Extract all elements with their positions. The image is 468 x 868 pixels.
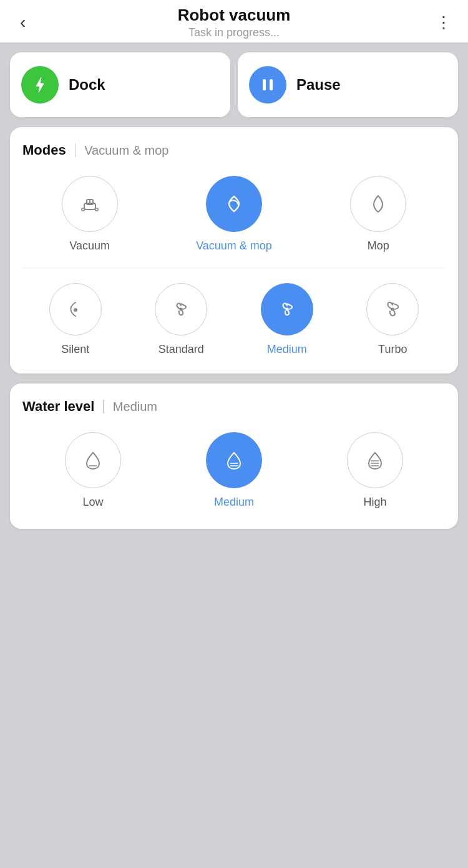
water-high-circle [347,432,403,488]
fan-standard[interactable]: Standard [155,283,207,356]
svg-point-10 [285,308,288,311]
water-title: Water level [22,398,94,415]
header-center: Robot vacuum Task in progress... [178,6,291,39]
medium-fan-icon [275,297,299,321]
mode-vacuum[interactable]: Vacuum [62,176,118,253]
water-medium-circle [206,432,262,488]
water-low-label: Low [82,496,103,509]
fan-medium-label: Medium [267,343,307,356]
svg-rect-2 [270,79,273,90]
water-low[interactable]: Low [65,432,121,509]
fan-standard-circle [155,283,207,335]
water-medium[interactable]: Medium [206,432,262,509]
fan-turbo-circle [366,283,419,335]
back-button[interactable]: ‹ [15,11,31,34]
svg-marker-0 [36,77,44,92]
mode-vacuum-mop-label: Vacuum & mop [196,239,272,253]
page-title: Robot vacuum [178,6,291,25]
mode-vacuum-label: Vacuum [69,239,110,253]
main-content: Dock Pause Modes Vacuum & mop [0,42,468,539]
fan-medium[interactable]: Medium [261,283,313,356]
bolt-icon [30,75,50,95]
water-current: Medium [113,400,157,414]
modes-header: Modes Vacuum & mop [22,142,446,158]
svg-rect-5 [82,208,84,211]
mode-mop-circle [350,176,406,232]
page-subtitle: Task in progress... [178,26,291,39]
fan-turbo-label: Turbo [378,343,407,356]
svg-point-9 [180,308,183,311]
turbo-icon [381,297,404,321]
modes-divider [22,268,446,268]
fan-silent-label: Silent [61,343,89,356]
vacuum-icon [77,191,103,217]
modes-title: Modes [22,142,66,158]
water-separator [103,400,104,413]
more-button[interactable]: ⋮ [436,13,453,32]
water-high[interactable]: High [347,432,403,509]
standard-icon [169,297,193,321]
quick-actions: Dock Pause [10,52,458,117]
water-high-icon [363,448,388,473]
svg-point-8 [74,308,77,312]
water-medium-label: Medium [214,496,254,509]
fan-options: Silent Standard [22,283,446,356]
svg-rect-6 [95,208,98,211]
pause-label: Pause [296,76,341,94]
svg-rect-1 [263,79,266,90]
water-low-circle [65,432,121,488]
water-low-icon [80,448,105,473]
fan-turbo[interactable]: Turbo [366,283,419,356]
fan-medium-circle [261,283,313,335]
fan-silent[interactable]: Silent [49,283,102,356]
svg-point-11 [391,308,394,311]
modes-card: Modes Vacuum & mop Vacuum [10,127,458,374]
pause-icon-bg [249,66,286,104]
mode-options: Vacuum Vacuum & mop [22,176,446,253]
modes-separator [75,143,76,157]
fan-silent-circle [49,283,102,335]
mode-mop[interactable]: Mop [350,176,406,253]
silent-icon [64,297,87,321]
mode-vacuum-mop[interactable]: Vacuum & mop [196,176,272,253]
vacuum-mop-icon [220,190,248,218]
dock-icon-bg [21,66,59,104]
mop-icon [365,191,391,217]
water-card: Water level Medium Low [10,383,458,529]
water-options: Low Medium [22,432,446,509]
water-header: Water level Medium [22,398,446,415]
header: ‹ Robot vacuum Task in progress... ⋮ [0,0,468,42]
pause-icon [258,75,277,94]
dock-label: Dock [69,76,105,94]
pause-card[interactable]: Pause [238,52,458,117]
mode-vacuum-circle [62,176,118,232]
mode-mop-label: Mop [368,239,389,253]
water-medium-icon [222,448,246,473]
modes-current: Vacuum & mop [84,143,168,158]
fan-standard-label: Standard [158,343,204,356]
water-high-label: High [363,496,386,509]
mode-vacuum-mop-circle [206,176,262,232]
dock-card[interactable]: Dock [10,52,230,117]
